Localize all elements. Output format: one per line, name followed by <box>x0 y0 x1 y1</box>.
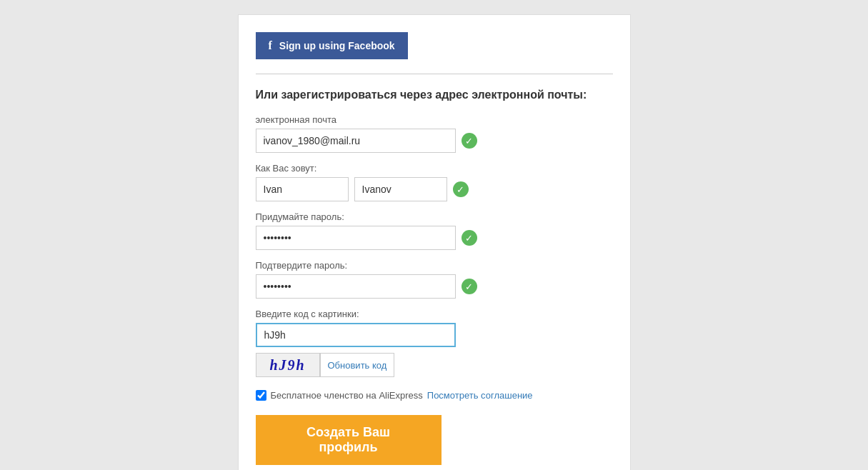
email-field-group: электронная почта ✓ <box>256 114 613 153</box>
lastname-input[interactable] <box>354 177 447 201</box>
email-label: электронная почта <box>256 114 613 125</box>
facebook-button-wrapper: f Sign up using Facebook <box>256 32 613 59</box>
section-divider <box>256 74 613 74</box>
password-valid-icon: ✓ <box>462 230 477 246</box>
membership-agreement-link[interactable]: Посмотреть соглашение <box>427 390 533 401</box>
password-input[interactable] <box>256 226 456 250</box>
captcha-label: Введите код с картинки: <box>256 309 613 319</box>
firstname-input[interactable] <box>256 177 349 201</box>
name-label: Как Вас зовут: <box>256 163 613 174</box>
captcha-image: hJ9h <box>256 353 320 377</box>
confirm-password-input[interactable] <box>256 274 456 299</box>
name-field-row: ✓ <box>256 177 613 201</box>
captcha-input-row <box>256 323 613 347</box>
confirm-password-field-row: ✓ <box>256 274 613 299</box>
form-container: f Sign up using Facebook Или зарегистрир… <box>238 14 631 470</box>
submit-button[interactable]: Создать Ваш профиль <box>256 415 442 465</box>
name-field-group: Как Вас зовут: ✓ <box>256 163 613 201</box>
password-label: Придумайте пароль: <box>256 211 613 222</box>
page-wrapper: f Sign up using Facebook Или зарегистрир… <box>0 7 868 470</box>
or-email-heading: Или зарегистрироваться через адрес элект… <box>256 89 613 101</box>
confirm-password-label: Подтвердите пароль: <box>256 260 613 271</box>
password-field-group: Придумайте пароль: ✓ <box>256 211 613 250</box>
membership-text: Бесплатное членство на AliExpress <box>271 390 423 401</box>
captcha-area: hJ9h Обновить код <box>256 353 613 377</box>
membership-row: Бесплатное членство на AliExpress Посмот… <box>256 390 613 401</box>
confirm-password-valid-icon: ✓ <box>462 279 477 294</box>
password-field-row: ✓ <box>256 226 613 250</box>
email-valid-icon: ✓ <box>462 133 477 149</box>
membership-checkbox[interactable] <box>256 390 266 401</box>
email-field-row: ✓ <box>256 129 613 153</box>
facebook-button-label: Sign up using Facebook <box>279 40 395 51</box>
confirm-password-field-group: Подтвердите пароль: ✓ <box>256 260 613 299</box>
captcha-field-group: Введите код с картинки: hJ9h Обновить ко… <box>256 309 613 377</box>
facebook-icon: f <box>269 39 272 52</box>
refresh-captcha-link[interactable]: Обновить код <box>321 353 395 377</box>
captcha-input[interactable] <box>256 323 456 347</box>
facebook-signup-button[interactable]: f Sign up using Facebook <box>256 32 408 59</box>
name-valid-icon: ✓ <box>453 181 469 197</box>
email-input[interactable] <box>256 129 456 153</box>
